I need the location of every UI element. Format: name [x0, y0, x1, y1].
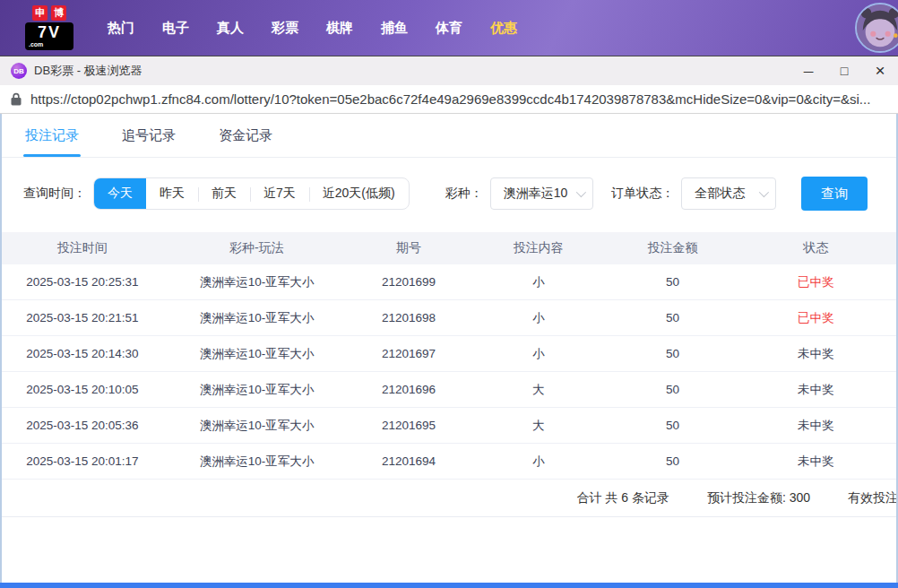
bet-time: 2025-03-15 20:05:36	[2, 419, 163, 432]
chevron-down-icon	[759, 187, 769, 197]
bet-amount: 50	[610, 347, 736, 360]
status-badge: 已中奖	[735, 274, 896, 290]
nav-item-sports[interactable]: 体育	[436, 20, 462, 37]
table-row: 2025-03-15 20:25:31 澳洲幸运10-亚军大小 21201699…	[2, 264, 896, 300]
time-filter-group: 今天 昨天 前天 近7天 近20天(低频)	[93, 177, 410, 210]
chevron-down-icon	[576, 187, 586, 197]
bet-time: 2025-03-15 20:21:51	[2, 311, 163, 324]
game-play: 澳洲幸运10-亚军大小	[163, 382, 351, 398]
search-button[interactable]: 查询	[801, 177, 868, 211]
game-play: 澳洲幸运10-亚军大小	[163, 310, 351, 326]
nav-item-promo[interactable]: 优惠	[490, 20, 517, 37]
game-play: 澳洲幸运10-亚军大小	[163, 274, 351, 290]
col-bet-time: 投注时间	[2, 240, 163, 256]
issue-number: 21201698	[350, 311, 467, 324]
issue-number: 21201697	[350, 347, 467, 360]
user-avatar[interactable]	[855, 3, 898, 53]
summary-total-records: 合计 共 6 条记录	[577, 490, 669, 506]
issue-number: 21201695	[350, 419, 467, 432]
nav-item-cards[interactable]: 棋牌	[326, 20, 353, 37]
bet-amount: 50	[610, 311, 736, 324]
table-row: 2025-03-15 20:21:51 澳洲幸运10-亚军大小 21201698…	[2, 300, 896, 336]
col-bet-amount: 投注金额	[610, 240, 736, 256]
maximize-icon[interactable]: □	[826, 56, 862, 85]
url-text[interactable]: https://ctop02pchwp1.zfnc84.com/lottery/…	[30, 91, 870, 107]
logo-brand-tiles: 申 博	[25, 5, 73, 21]
status-badge: 未中奖	[735, 454, 896, 470]
issue-number: 21201696	[350, 383, 467, 396]
table-row: 2025-03-15 20:05:36 澳洲幸运10-亚军大小 21201695…	[2, 408, 896, 444]
col-bet-content: 投注内容	[467, 240, 610, 256]
logo-suffix: .com	[28, 41, 71, 48]
filter-bar: 查询时间： 今天 昨天 前天 近7天 近20天(低频) 彩种： 澳洲幸运10 订…	[23, 177, 875, 211]
logo-name: 7V	[28, 24, 71, 40]
tab-bet-records[interactable]: 投注记录	[23, 114, 81, 157]
logo-main: 7V .com	[25, 22, 73, 50]
bet-time: 2025-03-15 20:10:05	[2, 383, 163, 396]
main-nav: 热门 电子 真人 彩票 棋牌 捕鱼 体育 优惠	[108, 20, 517, 37]
table-row: 2025-03-15 20:14:30 澳洲幸运10-亚军大小 21201697…	[2, 336, 896, 372]
logo-tile-1: 申	[32, 5, 47, 21]
lottery-select[interactable]: 澳洲幸运10	[490, 177, 594, 210]
close-icon[interactable]: ×	[862, 56, 898, 85]
nav-item-hot[interactable]: 热门	[108, 20, 134, 37]
tab-chase-records[interactable]: 追号记录	[120, 114, 177, 157]
time-option-7days[interactable]: 近7天	[250, 178, 309, 209]
status-badge: 未中奖	[735, 418, 896, 434]
bet-amount: 50	[610, 454, 736, 468]
status-badge: 未中奖	[735, 346, 896, 362]
page-content: 投注记录 追号记录 资金记录 查询时间： 今天 昨天 前天 近7天 近20天(低…	[0, 114, 898, 583]
summary-valid-amount: 有效投注金额:	[848, 490, 896, 506]
order-status-value: 全部状态	[695, 186, 745, 202]
nav-item-lottery[interactable]: 彩票	[272, 20, 298, 37]
app-icon: DB	[11, 63, 27, 79]
table-summary: 合计 共 6 条记录 预计投注金额: 300 有效投注金额:	[2, 480, 896, 517]
issue-number: 21201699	[350, 275, 467, 289]
bet-amount: 50	[610, 275, 736, 289]
time-option-yesterday[interactable]: 昨天	[146, 178, 198, 209]
status-badge: 已中奖	[735, 310, 896, 326]
record-tabs: 投注记录 追号记录 资金记录	[2, 114, 896, 158]
time-filter-label: 查询时间：	[23, 186, 86, 202]
minimize-icon[interactable]: ─	[790, 56, 826, 85]
tab-fund-records[interactable]: 资金记录	[217, 114, 274, 157]
window-controls: ─ □ ×	[790, 56, 898, 85]
lottery-filter-label: 彩种：	[445, 186, 483, 202]
table-header: 投注时间 彩种-玩法 期号 投注内容 投注金额 状态	[2, 232, 896, 264]
table-row: 2025-03-15 20:01:17 澳洲幸运10-亚军大小 21201694…	[2, 444, 896, 480]
bet-amount: 50	[610, 383, 736, 396]
time-option-today[interactable]: 今天	[94, 178, 146, 209]
game-play: 澳洲幸运10-亚军大小	[163, 454, 351, 470]
status-filter-label: 订单状态：	[611, 186, 674, 202]
col-status: 状态	[735, 240, 896, 256]
col-game-play: 彩种-玩法	[163, 240, 351, 256]
nav-item-fishing[interactable]: 捕鱼	[381, 20, 408, 37]
game-play: 澳洲幸运10-亚军大小	[163, 418, 351, 434]
issue-number: 21201694	[350, 454, 467, 468]
site-header: 申 博 7V .com 热门 电子 真人 彩票 棋牌 捕鱼 体育 优惠	[0, 0, 898, 56]
time-option-20days[interactable]: 近20天(低频)	[309, 178, 409, 209]
lottery-select-value: 澳洲幸运10	[504, 186, 568, 202]
lock-icon	[11, 92, 22, 106]
logo-tile-2: 博	[51, 5, 66, 21]
nav-item-live[interactable]: 真人	[217, 20, 244, 37]
col-issue: 期号	[350, 240, 467, 256]
nav-item-slots[interactable]: 电子	[162, 20, 189, 37]
bet-content: 小	[467, 310, 610, 326]
bet-content: 大	[467, 382, 610, 398]
bet-content: 小	[467, 346, 610, 362]
bet-amount: 50	[610, 419, 736, 432]
browser-address-bar: https://ctop02pchwp1.zfnc84.com/lottery/…	[0, 85, 898, 114]
summary-expected-amount: 预计投注金额: 300	[707, 490, 810, 506]
bet-content: 小	[467, 454, 610, 470]
bet-time: 2025-03-15 20:14:30	[2, 347, 163, 360]
order-status-select[interactable]: 全部状态	[681, 177, 776, 210]
status-badge: 未中奖	[735, 382, 896, 398]
bet-content: 小	[467, 274, 610, 290]
time-option-day-before[interactable]: 前天	[198, 178, 250, 209]
game-play: 澳洲幸运10-亚军大小	[163, 346, 351, 362]
bet-content: 大	[467, 418, 610, 434]
window-titlebar: DB DB彩票 - 极速浏览器 ─ □ ×	[0, 56, 898, 85]
bottom-accent-bar	[0, 583, 898, 588]
site-logo[interactable]: 申 博 7V .com	[25, 5, 73, 50]
